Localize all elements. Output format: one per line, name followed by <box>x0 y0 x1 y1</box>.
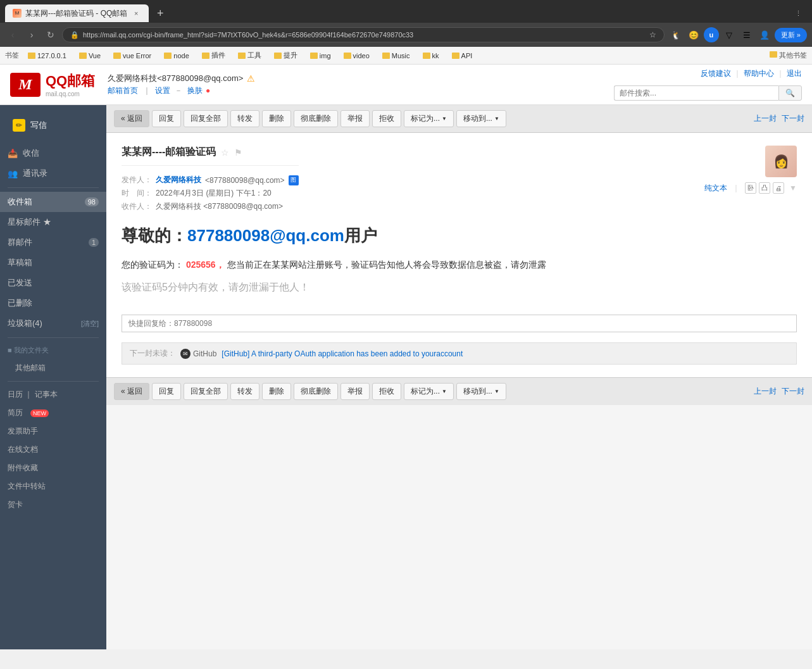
settings-link[interactable]: 设置 <box>155 86 170 95</box>
extension-icon-3[interactable]: u <box>704 27 719 42</box>
drafts-label: 草稿箱 <box>8 257 32 268</box>
greeting-email[interactable]: 877880098@qq.com <box>187 226 344 245</box>
active-tab[interactable]: M 某某网---邮箱验证码 - QQ邮箱 × <box>5 4 149 22</box>
search-input[interactable] <box>614 85 778 101</box>
sidebar-item-contacts[interactable]: 👥 通讯录 <box>0 163 106 184</box>
next-email-link[interactable]: 下一封 <box>782 113 804 124</box>
sidebar-item-sent[interactable]: 已发送 <box>0 273 106 293</box>
extension-icon-2[interactable]: 😊 <box>686 27 701 42</box>
extension-icon-1[interactable]: 🐧 <box>668 27 684 42</box>
browser-maximize[interactable]: ⋮ <box>790 7 807 20</box>
flag-icon[interactable]: ⚑ <box>234 147 242 158</box>
sidebar-item-greeting[interactable]: 贺卡 <box>0 496 106 514</box>
bookmark-vue[interactable]: Vue <box>75 51 104 61</box>
other-bookmarks[interactable]: 其他书签 <box>770 51 807 60</box>
feedback-link[interactable]: 反馈建议 <box>701 68 731 79</box>
quick-reply-input[interactable] <box>122 315 796 332</box>
mark-as-button[interactable]: 标记为... ▼ <box>404 110 454 127</box>
sender-name[interactable]: 久爱网络科技 <box>156 175 201 185</box>
bookmark-127[interactable]: 127.0.0.1 <box>24 51 70 61</box>
folder-icon <box>79 53 87 59</box>
bookmark-plugins[interactable]: 插件 <box>198 49 229 61</box>
next-email-title-link[interactable]: [GitHub] A third-party OAuth application… <box>222 349 463 358</box>
move-to-button[interactable]: 移动到... ▼ <box>456 110 506 127</box>
forward-button[interactable]: › <box>24 27 39 42</box>
sidebar-item-starred[interactable]: 星标邮件 ★ <box>0 212 106 232</box>
permanent-delete-button[interactable]: 彻底删除 <box>294 110 338 127</box>
back-button[interactable]: ‹ <box>5 27 20 42</box>
sidebar-item-calendar[interactable]: 日历 ｜ 记事本 <box>0 385 106 404</box>
bottom-back-button[interactable]: « 返回 <box>114 383 149 400</box>
reload-button[interactable]: ↻ <box>43 27 58 42</box>
sidebar-item-inbox-receive[interactable]: 📥 收信 <box>0 143 106 163</box>
bookmark-music[interactable]: Music <box>378 51 414 61</box>
view-icon-1[interactable]: 卧 <box>745 182 756 194</box>
new-tab-button[interactable]: + <box>151 4 169 22</box>
sidebar-item-invoice[interactable]: 发票助手 <box>0 422 106 441</box>
tab-bar: M 某某网---邮箱验证码 - QQ邮箱 × + ⋮ <box>0 0 812 23</box>
view-icon-2[interactable]: 凸 <box>759 182 770 194</box>
greeting-post: 用户 <box>344 226 377 245</box>
sidebar-item-deleted[interactable]: 已删除 <box>0 293 106 313</box>
star-icon[interactable]: ☆ <box>221 147 229 158</box>
sidebar-item-spam[interactable]: 垃圾箱(4) [清空] <box>0 313 106 334</box>
update-button[interactable]: 更新 » <box>775 28 807 42</box>
bottom-report-button[interactable]: 举报 <box>340 383 370 400</box>
bottom-reply-all-button[interactable]: 回复全部 <box>184 383 228 400</box>
bottom-reject-button[interactable]: 拒收 <box>372 383 401 400</box>
report-button[interactable]: 举报 <box>340 110 370 127</box>
bottom-forward-button[interactable]: 转发 <box>230 383 259 400</box>
mailbox-home-link[interactable]: 邮箱首页 <box>108 86 138 95</box>
bookmark-video[interactable]: video <box>340 51 373 61</box>
sidebar-item-transfer[interactable]: 文件中转站 <box>0 477 106 496</box>
bookmark-kk[interactable]: kk <box>419 51 443 61</box>
skin-link[interactable]: 换肤 <box>187 86 203 95</box>
sender-detail-icon[interactable]: 图 <box>289 175 299 185</box>
forward-button[interactable]: 转发 <box>230 110 259 127</box>
prev-email-link[interactable]: 上一封 <box>754 113 777 124</box>
reject-button[interactable]: 拒收 <box>372 110 401 127</box>
print-icon[interactable]: 🖨 <box>773 182 784 194</box>
profile-icon[interactable]: 👤 <box>757 27 772 42</box>
reply-button[interactable]: 回复 <box>152 110 181 127</box>
compose-button[interactable]: ✏ 写信 <box>8 115 99 135</box>
delete-button[interactable]: 删除 <box>262 110 291 127</box>
tab-close-button[interactable]: × <box>131 8 141 18</box>
bottom-delete-button[interactable]: 删除 <box>262 383 291 400</box>
bottom-reply-button[interactable]: 回复 <box>152 383 181 400</box>
logout-link[interactable]: 退出 <box>787 68 802 79</box>
sidebar-item-other-mailbox[interactable]: 其他邮箱 <box>0 359 106 377</box>
back-to-list-button[interactable]: « 返回 <box>114 110 149 127</box>
url-bar[interactable]: 🔒 https://mail.qq.com/cgi-bin/frame_html… <box>62 27 665 42</box>
search-button[interactable]: 🔍 <box>778 85 802 101</box>
bottom-move-to-button[interactable]: 移动到... ▼ <box>456 383 506 400</box>
bookmark-img[interactable]: img <box>306 51 335 61</box>
bottom-mark-arrow: ▼ <box>442 389 447 394</box>
plain-text-link[interactable]: 纯文本 <box>704 183 727 194</box>
sidebar-item-drafts[interactable]: 草稿箱 <box>0 253 106 273</box>
expand-icon[interactable]: ▼ <box>789 184 797 192</box>
bottom-prev-email-link[interactable]: 上一封 <box>754 386 777 397</box>
bottom-mark-as-button[interactable]: 标记为... ▼ <box>404 383 454 400</box>
bookmark-tools[interactable]: 工具 <box>234 49 265 61</box>
bottom-permanent-delete-button[interactable]: 彻底删除 <box>294 383 338 400</box>
bookmark-api[interactable]: API <box>448 51 477 61</box>
help-link[interactable]: 帮助中心 <box>744 68 774 79</box>
bookmark-star-icon[interactable]: ☆ <box>649 30 656 39</box>
sidebar-item-group[interactable]: 群邮件 1 <box>0 232 106 253</box>
compose-section: ✏ 写信 <box>8 115 99 135</box>
sidebar-divider-2 <box>8 337 99 338</box>
sidebar-item-inbox[interactable]: 收件箱 98 <box>0 192 106 212</box>
reply-all-button[interactable]: 回复全部 <box>184 110 228 127</box>
email-subject-area: 某某网----邮箱验证码 ☆ ⚑ 发件人： 久爱网络科技 <877880098@… <box>122 146 299 215</box>
bookmark-improve[interactable]: 提升 <box>270 49 301 61</box>
extension-icon-4[interactable]: ▽ <box>721 27 737 42</box>
spam-clear-link[interactable]: [清空] <box>81 319 99 328</box>
bookmark-vue-error[interactable]: vue Error <box>109 51 155 61</box>
bookmark-node[interactable]: node <box>160 51 192 61</box>
extensions-button[interactable]: ☰ <box>739 27 754 42</box>
sidebar-item-online-doc[interactable]: 在线文档 <box>0 441 106 459</box>
sidebar-item-attachment[interactable]: 附件收藏 <box>0 459 106 477</box>
bottom-next-email-link[interactable]: 下一封 <box>782 386 804 397</box>
sidebar-item-resume[interactable]: 简历 NEW <box>0 404 106 422</box>
